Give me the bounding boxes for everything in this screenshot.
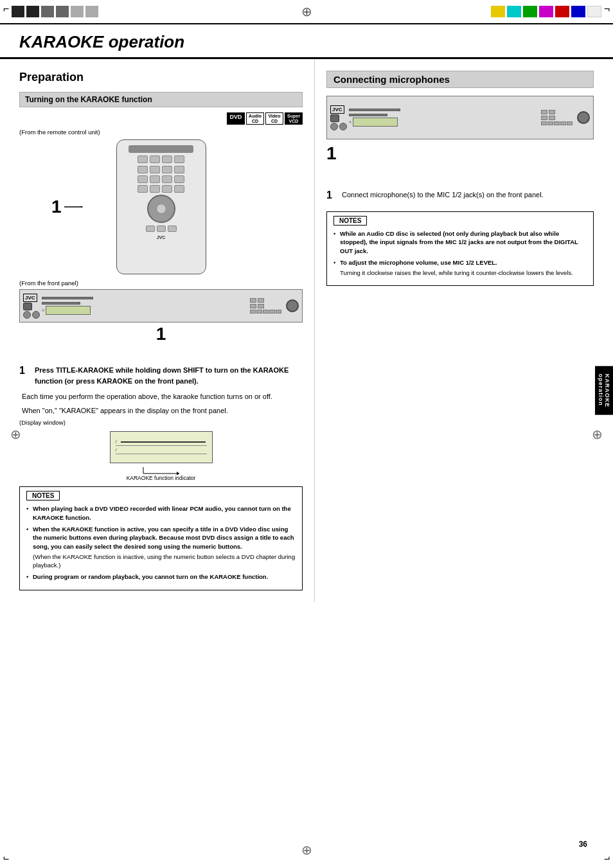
right-step-num: 1 [326,190,338,201]
right-step-text-content: Connect microphone(s) to the MIC 1/2 jac… [342,191,544,199]
karaoke-indicator-label: KARAOKE function indicator [19,475,303,481]
right-step-text: Connect microphone(s) to the MIC 1/2 jac… [342,190,544,201]
top-bar-left [12,6,98,17]
remote-container: JVC 1 [19,139,303,274]
page-number: 36 [579,840,587,849]
right-rb-1 [541,110,547,114]
corner-mark-bl: ⌐ [3,853,9,865]
rbtn [174,166,184,173]
rbtn [138,155,148,163]
pgb [269,310,275,314]
remote-nav-inner [156,204,166,214]
panel-right-row1 [250,298,281,303]
panel-right-btns [250,298,281,314]
display-slash-2: / [116,447,117,453]
color-bar-blue [571,6,585,17]
right-pgb [541,121,547,125]
right-note-2-extra: Turning it clockwise raises the level, w… [340,269,587,277]
corner-mark-tl: ⌐ [3,3,9,15]
right-step-instruction: 1 Connect microphone(s) to the MIC 1/2 j… [326,190,594,201]
right-slots-2 [349,114,539,116]
color-bar-magenta [539,6,553,17]
bar-seg-4 [56,6,69,17]
color-bar-yellow [491,6,505,17]
panel-led [42,309,44,312]
step-instruction-1: 1 Press TITLE-KARAOKE while holding down… [19,365,303,386]
indicator-arrow-svg [142,466,181,475]
sidebar-tab: KARAOKEoperation [595,366,613,416]
panel-display-row [42,306,248,315]
rbtn [162,166,172,173]
right-display-row [349,118,539,127]
right-rb-3 [541,116,547,120]
right-device-container: JVC [326,96,594,164]
note-1-bold: When playing back a DVD VIDEO recorded w… [33,505,291,520]
panel-circle-btns [23,311,40,319]
right-note-2: To adjust the microphone volume, use MIC… [333,258,587,278]
color-bar-red [555,6,569,17]
crosshair-left: ⊕ [10,427,21,442]
bar-seg-5 [71,6,84,17]
right-main-knob [577,111,590,124]
bar-seg-1 [12,6,24,17]
note-3-bold: During program or random playback, you c… [33,573,268,580]
right-panel-left: JVC [330,105,347,130]
panel-rb-1 [250,298,256,303]
front-panel-step1: 1 [19,324,303,344]
rbtn [150,175,160,183]
panel-rb-4 [258,304,264,308]
sidebar-tab-text: KARAOKEoperation [598,374,610,408]
para-2: When "on," "KARAOKE" appears in the disp… [19,405,303,416]
front-panel-step1-num: 1 [156,324,166,344]
subsection-heading: Turning on the KARAOKE function [19,92,303,107]
top-bar: ⊕ [0,0,613,24]
pgb [250,310,256,314]
page-title: KARAOKE operation [19,32,594,52]
rbtn [138,185,148,193]
pgb [263,310,269,314]
right-note-1: While an Audio CD disc is selected (not … [333,229,587,255]
step-text-1: Press TITLE-KARAOKE while holding down S… [35,365,303,386]
right-rb-4 [549,116,555,120]
right-btn-row2 [541,116,573,120]
remote-illustration: JVC [116,139,206,274]
note-2-extra: (When the KARAOKE function is inactive, … [33,553,296,570]
panel-slot-1 [42,297,93,299]
panel-slot-2 [42,302,80,305]
step1-indicator-remote: 1 [51,197,84,217]
panel-rb-2 [258,298,264,303]
display-window-box: / / [110,431,213,463]
panel-power-area [23,303,32,310]
rbtn [162,175,172,183]
note-item-1: When playing back a DVD VIDEO recorded w… [26,504,296,522]
para-1: Each time you perform the operation abov… [19,391,303,402]
step-text-bold: Press TITLE-KARAOKE while holding down S… [35,366,289,385]
rbtn [138,175,148,183]
disc-badge-audio-cd: AudioCD [246,112,264,125]
panel-power-btn [23,303,32,310]
right-column: Connecting microphones JVC [315,59,613,602]
rbtn [162,155,172,163]
right-rb-2 [549,110,555,114]
remote-small-btn [157,226,166,232]
display-bar [121,441,206,443]
panel-middle [42,297,248,315]
right-display [353,118,398,127]
rbtn [150,185,160,193]
page-title-area: KARAOKE operation [0,24,613,59]
right-circle-btns [330,123,347,130]
display-line-1: / [116,439,207,446]
crosshair-top: ⊕ [301,4,312,19]
right-power-btn [330,114,339,122]
color-bar-white [587,6,601,17]
bar-seg-6 [85,6,98,17]
panel-slots-2 [42,302,248,305]
panel-right-row2 [250,304,281,308]
note-item-2: When the KARAOKE function is active, you… [26,525,296,569]
rbtn [138,166,148,173]
right-slot-2 [349,114,387,116]
connecting-microphones-heading: Connecting microphones [326,71,594,88]
right-panel-brand: JVC [330,105,344,114]
right-note-2-bold: To adjust the microphone volume, use MIC… [340,259,497,266]
front-panel-container: JVC [19,289,303,344]
